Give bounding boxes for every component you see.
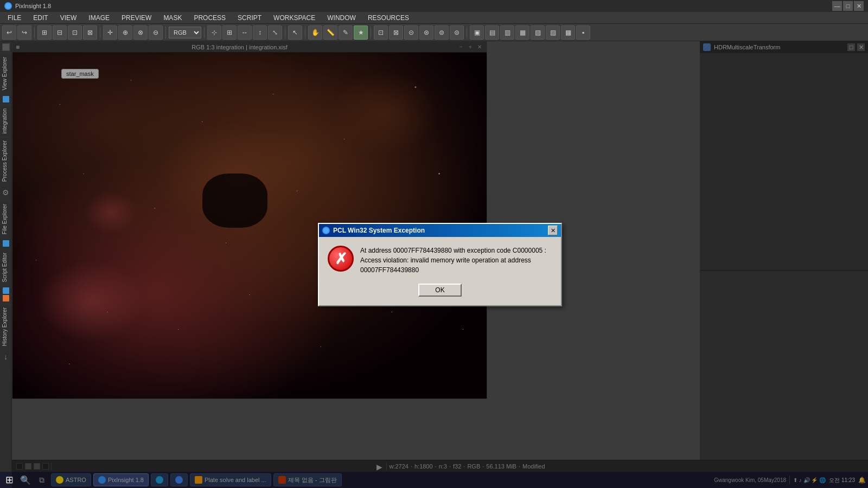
menu-edit[interactable]: EDIT — [28, 12, 53, 24]
modal-body: ✗ At address 00007FF784439880 with excep… — [319, 237, 561, 305]
modal-app-icon — [322, 227, 330, 234]
toolbar-btn-3[interactable]: ⊡ — [68, 25, 82, 40]
menu-script[interactable]: SCRIPT — [232, 12, 267, 24]
sidebar-tab-history-explorer[interactable]: History Explorer — [0, 304, 11, 349]
toolbar-extra-2[interactable]: ⊠ — [389, 25, 403, 40]
view-icon-blue — [3, 96, 9, 102]
menu-window[interactable]: WINDOW — [322, 12, 361, 24]
menu-resources[interactable]: RESOURCES — [362, 12, 414, 24]
toolbar-pan[interactable]: ✋ — [308, 25, 322, 40]
sidebar-tab-file-explorer[interactable]: File Explorer — [0, 200, 11, 237]
toolbar-measure[interactable]: 📏 — [323, 25, 337, 40]
modal-error-icon: ✗ — [328, 246, 354, 272]
modal-content: ✗ At address 00007FF784439880 with excep… — [328, 246, 552, 275]
left-sidebar: View Explorer integration Process Explor… — [0, 41, 12, 488]
gear-icon: ⚙ — [0, 188, 11, 197]
toolbar-extra-3[interactable]: ⊝ — [404, 25, 418, 40]
modal-overlay: PCL Win32 System Exception ✕ ✗ At addres… — [12, 41, 868, 488]
toolbar-zoom-1[interactable]: ⊹ — [207, 25, 221, 40]
toolbar-sep-6 — [305, 27, 305, 38]
toolbar-star[interactable]: ★ — [354, 25, 368, 40]
close-button[interactable]: ✕ — [854, 1, 864, 11]
title-bar-left: PixInsight 1.8 — [4, 2, 51, 10]
file-icon — [3, 240, 9, 247]
toolbar-btn-1[interactable]: ⊞ — [37, 25, 52, 40]
modal-footer: OK — [328, 284, 552, 297]
minimize-button[interactable]: — — [832, 1, 842, 11]
sidebar-tab-process-explorer[interactable]: Process Explorer — [0, 137, 11, 185]
modal-titlebar-left: PCL Win32 System Exception — [322, 227, 425, 234]
modal-title: PCL Win32 System Exception — [333, 227, 425, 234]
toolbar-sep-3 — [165, 27, 166, 38]
toolbar-zoom-3[interactable]: ↔ — [238, 25, 252, 40]
sidebar-tab-integration[interactable]: integration — [0, 105, 11, 137]
sidebar-tab-view-explorer[interactable]: View Explorer — [0, 53, 11, 94]
modal-line2: Access violation: invalid memory write o… — [360, 256, 531, 264]
main-layout: View Explorer integration Process Explor… — [0, 41, 868, 488]
toolbar-view-5[interactable]: ▧ — [531, 25, 545, 40]
error-circle: ✗ — [328, 246, 354, 272]
toolbar-view-7[interactable]: ▩ — [561, 25, 575, 40]
color-mode-select[interactable]: RGB Gray CIE L* — [169, 27, 201, 38]
maximize-button[interactable]: □ — [843, 1, 853, 11]
modal-line1: At address 00007FF784439880 with excepti… — [360, 247, 546, 254]
modal-text: At address 00007FF784439880 with excepti… — [360, 246, 552, 275]
toolbar-sep-5 — [285, 27, 285, 38]
script-icon-1 — [3, 287, 9, 294]
toolbar-btn-7[interactable]: ⊗ — [133, 25, 148, 40]
toolbar-btn-6[interactable]: ⊕ — [118, 25, 132, 40]
sidebar-indicator[interactable] — [2, 43, 10, 51]
modal-line3: 00007FF784439880 — [360, 266, 419, 274]
redo-button[interactable]: ↪ — [17, 25, 31, 40]
menu-preview[interactable]: PREVIEW — [116, 12, 157, 24]
sidebar-gear-wrapper: ⚙ — [0, 185, 11, 200]
workspace: ■ RGB 1:3 integration | integration.xisf… — [12, 41, 868, 488]
title-bar-controls[interactable]: — □ ✕ — [832, 1, 864, 11]
toolbar-btn-4[interactable]: ⊠ — [83, 25, 97, 40]
sidebar-tab-script-editor[interactable]: Script Editor — [0, 249, 11, 285]
toolbar-zoom-5[interactable]: ⤡ — [268, 25, 282, 40]
toolbar-cursor[interactable]: ↖ — [288, 25, 302, 40]
toolbar-extra-4[interactable]: ⊛ — [419, 25, 433, 40]
toolbar-zoom-2[interactable]: ⊞ — [222, 25, 237, 40]
toolbar-extra-5[interactable]: ⊚ — [435, 25, 449, 40]
undo-button[interactable]: ↩ — [2, 25, 16, 40]
sidebar-file-icon — [0, 238, 11, 249]
toolbar-sep-7 — [371, 27, 371, 38]
toolbar-view-8[interactable]: ▪ — [576, 25, 590, 40]
app-title: PixInsight 1.8 — [15, 3, 51, 9]
toolbar-btn-2[interactable]: ⊟ — [53, 25, 67, 40]
menu-image[interactable]: IMAGE — [83, 12, 115, 24]
script-icon-2 — [3, 295, 9, 301]
toolbar-sep-2 — [100, 27, 100, 38]
toolbar-extra-6[interactable]: ⊜ — [450, 25, 464, 40]
toolbar-btn-5[interactable]: ✛ — [103, 25, 117, 40]
menu-mask[interactable]: MASK — [158, 12, 187, 24]
menu-view[interactable]: VIEW — [55, 12, 82, 24]
menu-workspace[interactable]: WORKSPACE — [268, 12, 321, 24]
modal-titlebar: PCL Win32 System Exception ✕ — [319, 224, 561, 237]
menu-process[interactable]: PROCESS — [188, 12, 231, 24]
sidebar-history-icon: ↓ — [0, 349, 11, 364]
toolbar-view-2[interactable]: ▤ — [485, 25, 499, 40]
toolbar-sep-8 — [467, 27, 467, 38]
ok-button[interactable]: OK — [418, 284, 462, 297]
toolbar-btn-8[interactable]: ⊖ — [149, 25, 163, 40]
app-logo — [4, 2, 12, 10]
toolbar-view-6[interactable]: ▨ — [546, 25, 560, 40]
toolbar-extra-1[interactable]: ⊡ — [374, 25, 388, 40]
toolbar-sep-4 — [204, 27, 205, 38]
toolbar-view-1[interactable]: ▣ — [470, 25, 484, 40]
history-arrow-icon: ↓ — [0, 352, 11, 361]
modal-dialog: PCL Win32 System Exception ✕ ✗ At addres… — [318, 223, 562, 306]
toolbar-zoom-4[interactable]: ↕ — [253, 25, 267, 40]
sidebar-view-icon — [0, 94, 11, 105]
modal-close-button[interactable]: ✕ — [548, 226, 558, 235]
toolbar-view-3[interactable]: ▥ — [500, 25, 514, 40]
sidebar-script-icons — [0, 285, 11, 304]
menu-file[interactable]: FILE — [2, 12, 27, 24]
title-bar: PixInsight 1.8 — □ ✕ — [0, 0, 868, 12]
toolbar-edit[interactable]: ✎ — [339, 25, 353, 40]
toolbar-view-4[interactable]: ▦ — [515, 25, 529, 40]
menu-bar: FILE EDIT VIEW IMAGE PREVIEW MASK PROCES… — [0, 12, 868, 24]
